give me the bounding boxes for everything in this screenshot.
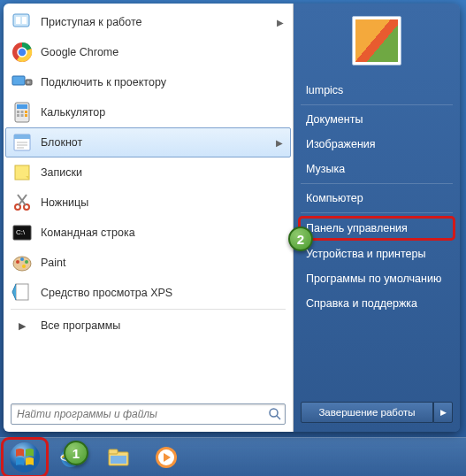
app-label: Средство просмотра XPS xyxy=(41,287,172,299)
xps-icon xyxy=(11,281,34,304)
start-menu-left-panel: Приступая к работе ▶ Google Chrome Подкл… xyxy=(4,4,294,432)
svg-rect-34 xyxy=(16,284,28,300)
calculator-icon xyxy=(11,101,34,124)
svg-rect-42 xyxy=(111,456,126,464)
app-snipping-tool[interactable]: Ножницы xyxy=(5,188,291,218)
app-label: Командная строка xyxy=(41,226,135,239)
start-menu: Приступая к работе ▶ Google Chrome Подкл… xyxy=(4,4,460,432)
svg-rect-0 xyxy=(13,14,29,27)
chrome-icon xyxy=(11,41,34,64)
right-item-pictures[interactable]: Изображения xyxy=(294,132,460,157)
start-menu-right-panel: lumpics Документы Изображения Музыка Ком… xyxy=(294,4,460,432)
annotation-badge-2: 2 xyxy=(288,226,313,251)
right-item-default-programs[interactable]: Программы по умолчанию xyxy=(294,266,460,291)
right-item-help-support[interactable]: Справка и поддержка xyxy=(294,291,460,316)
separator xyxy=(301,104,453,105)
svg-point-33 xyxy=(22,265,26,268)
app-label: Блокнот xyxy=(41,136,82,149)
svg-rect-22 xyxy=(15,165,29,180)
svg-rect-12 xyxy=(21,111,24,113)
svg-rect-18 xyxy=(14,134,30,139)
svg-rect-6 xyxy=(12,76,25,85)
scissors-icon xyxy=(11,191,34,214)
svg-point-32 xyxy=(25,260,28,264)
app-google-chrome[interactable]: Google Chrome xyxy=(5,37,291,67)
app-command-prompt[interactable]: C:\ Командная строка xyxy=(5,218,291,248)
app-label: Приступая к работе xyxy=(41,16,141,28)
svg-rect-11 xyxy=(17,111,19,113)
svg-text:C:\: C:\ xyxy=(16,228,26,236)
app-label: Подключить к проектору xyxy=(41,76,166,88)
right-item-devices-printers[interactable]: Устройства и принтеры xyxy=(294,242,460,266)
app-notepad[interactable]: Блокнот ▶ xyxy=(5,127,291,157)
app-sticky-notes[interactable]: Записки xyxy=(5,157,291,188)
app-getting-started[interactable]: Приступая к работе ▶ xyxy=(5,7,291,37)
all-programs[interactable]: ▶ Все программы xyxy=(5,311,291,341)
submenu-arrow-icon: ▶ xyxy=(277,18,284,27)
app-label: Калькулятор xyxy=(41,106,105,119)
all-programs-label: Все программы xyxy=(41,319,120,332)
svg-point-30 xyxy=(16,260,19,264)
search-icon xyxy=(268,407,282,421)
windows-orb-icon xyxy=(9,441,41,473)
app-label: Ножницы xyxy=(41,196,88,209)
svg-line-36 xyxy=(277,416,280,419)
shutdown-button[interactable]: Завершение работы xyxy=(301,402,433,423)
right-item-music[interactable]: Музыка xyxy=(294,157,460,181)
start-button[interactable] xyxy=(4,440,46,475)
separator xyxy=(301,183,453,184)
all-programs-arrow-icon: ▶ xyxy=(11,314,34,337)
cmd-icon: C:\ xyxy=(11,221,34,244)
svg-rect-14 xyxy=(17,114,19,117)
app-xps-viewer[interactable]: Средство просмотра XPS xyxy=(5,278,291,308)
user-avatar[interactable] xyxy=(352,16,401,65)
svg-rect-1 xyxy=(16,17,20,24)
svg-rect-16 xyxy=(25,114,27,117)
media-player-icon xyxy=(153,444,180,471)
svg-rect-2 xyxy=(22,17,27,24)
right-item-documents[interactable]: Документы xyxy=(294,107,460,132)
right-item-user[interactable]: lumpics xyxy=(294,78,460,103)
search-box xyxy=(11,403,286,425)
folder-icon xyxy=(105,444,132,471)
submenu-arrow-icon: ▶ xyxy=(276,138,283,148)
app-label: Записки xyxy=(41,166,82,179)
svg-point-31 xyxy=(20,257,24,261)
taskbar-item-media-player[interactable] xyxy=(143,441,189,473)
svg-point-35 xyxy=(270,409,278,417)
shutdown-area: Завершение работы ▶ xyxy=(301,402,453,423)
paint-icon xyxy=(11,251,34,274)
app-calculator[interactable]: Калькулятор xyxy=(5,97,291,127)
app-paint[interactable]: Paint xyxy=(5,248,291,278)
svg-rect-41 xyxy=(109,449,118,454)
search-input[interactable] xyxy=(11,403,286,425)
separator xyxy=(11,309,286,310)
taskbar-item-explorer[interactable] xyxy=(95,441,141,473)
svg-point-8 xyxy=(27,81,30,84)
app-label: Google Chrome xyxy=(41,46,118,58)
separator xyxy=(301,212,453,213)
apps-list: Приступая к работе ▶ Google Chrome Подкл… xyxy=(4,4,293,398)
shutdown-options-button[interactable]: ▶ xyxy=(433,402,453,423)
notepad-icon xyxy=(11,131,34,154)
svg-point-37 xyxy=(10,442,40,472)
right-item-control-panel[interactable]: Панель управления xyxy=(299,217,455,240)
svg-rect-15 xyxy=(21,114,24,117)
app-connect-projector[interactable]: Подключить к проектору xyxy=(5,67,291,97)
right-item-computer[interactable]: Компьютер xyxy=(294,186,460,211)
getting-started-icon xyxy=(11,11,34,34)
sticky-notes-icon xyxy=(11,161,34,184)
svg-rect-13 xyxy=(25,111,27,113)
app-label: Paint xyxy=(41,257,66,269)
annotation-badge-1: 1 xyxy=(64,441,88,465)
svg-rect-10 xyxy=(17,104,27,109)
projector-icon xyxy=(11,71,34,94)
